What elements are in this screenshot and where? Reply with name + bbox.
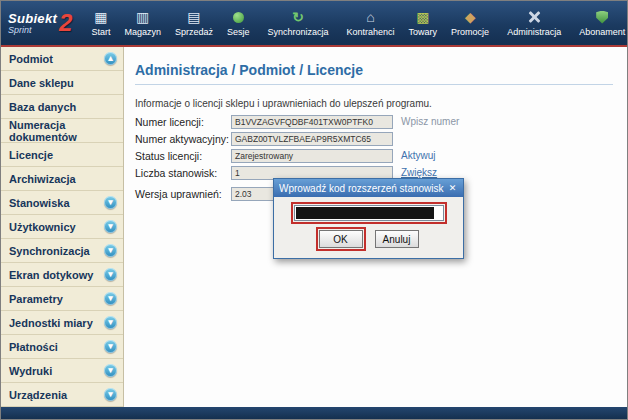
sidebar-item-label: Stanowiska <box>9 197 70 209</box>
form-row-license-status: Status licencji: Zarejestrowany Aktywuj <box>135 147 459 164</box>
extension-code-dialog: Wprowadź kod rozszerzeń stanowisk ✕ OK A… <box>273 178 464 259</box>
license-number-field[interactable]: B1VVZAGVFQDBF401TXW0PTFK0 <box>231 115 393 129</box>
sidebar-item-label: Płatności <box>9 341 58 353</box>
license-status-field[interactable]: Zarejestrowany <box>231 149 393 163</box>
sidebar-section-synchronizacja[interactable]: Synchronizacja ▾ <box>1 239 123 263</box>
toolbar-label: Sprzedaż <box>175 27 213 37</box>
form-row-license-number: Numer licencji: B1VVZAGVFQDBF401TXW0PTFK… <box>135 113 459 130</box>
activation-number-field[interactable]: GABZ00TVLZFBAEAP9R5XMTC65 <box>231 132 393 146</box>
field-label: Numer aktywacyjny: <box>135 133 231 145</box>
top-toolbar: Subiekt Sprint 2 ▦ Start ▥ Magazyn ▤ Spr… <box>1 1 627 45</box>
sidebar-item-archiwizacja[interactable]: Archiwizacja <box>1 167 123 191</box>
toolbar-button-magazyn[interactable]: ▥ Magazyn <box>117 1 168 45</box>
sidebar-section-urzadzenia[interactable]: Urządzenia ▾ <box>1 383 123 407</box>
chevron-up-icon[interactable]: ▴ <box>104 52 117 65</box>
sidebar-section-parametry[interactable]: Parametry ▾ <box>1 287 123 311</box>
sales-icon: ▤ <box>187 9 200 26</box>
dialog-buttons: OK Anuluj <box>284 230 453 250</box>
sidebar-item-label: Numeracja dokumentów <box>9 119 117 143</box>
chevron-down-icon[interactable]: ▾ <box>104 220 117 233</box>
sidebar-item-baza-danych[interactable]: Baza danych <box>1 95 123 119</box>
field-label: Wersja uprawnień: <box>135 188 231 200</box>
toolbar-button-synchronizacja[interactable]: ↻ Synchronizacja <box>261 1 336 45</box>
chevron-down-icon[interactable]: ▾ <box>104 268 117 281</box>
sidebar-item-label: Licencje <box>9 149 53 161</box>
sidebar-item-label: Baza danych <box>9 101 76 113</box>
toolbar-button-promocje[interactable]: ◆ Promocje <box>444 1 496 45</box>
page-description: Informacje o licencji sklepu i uprawnien… <box>135 98 432 109</box>
toolbar-button-administracja[interactable]: Administracja <box>500 1 568 45</box>
chevron-down-icon[interactable]: ▾ <box>104 388 117 401</box>
sidebar-item-numeracja-dokumentow[interactable]: Numeracja dokumentów <box>1 119 123 143</box>
chevron-down-icon[interactable]: ▾ <box>104 244 117 257</box>
toolbar-button-sprzedaz[interactable]: ▤ Sprzedaż <box>168 1 220 45</box>
field-label: Liczba stanowisk: <box>135 167 231 179</box>
chevron-down-icon[interactable]: ▾ <box>104 340 117 353</box>
chevron-down-icon[interactable]: ▾ <box>104 364 117 377</box>
toolbar-label: Promocje <box>451 27 489 37</box>
sidebar: Podmiot ▴ Dane sklepu Baza danych Numera… <box>1 47 124 407</box>
sidebar-item-label: Dane sklepu <box>9 77 74 89</box>
sidebar-section-wydruki[interactable]: Wydruki ▾ <box>1 359 123 383</box>
cancel-button[interactable]: Anuluj <box>375 230 419 248</box>
sync-icon: ↻ <box>292 9 304 26</box>
ok-button[interactable]: OK <box>319 230 363 248</box>
redacted-value <box>296 207 434 219</box>
toolbar-label: Towary <box>409 27 438 37</box>
logo-number: 2 <box>59 9 72 37</box>
toolbar-button-sesje[interactable]: Sesje <box>220 1 257 45</box>
warehouse-icon: ▥ <box>136 9 149 26</box>
dialog-titlebar[interactable]: Wprowadź kod rozszerzeń stanowisk ✕ <box>274 179 463 197</box>
dialog-title: Wprowadź kod rozszerzeń stanowisk <box>279 183 445 194</box>
toolbar-button-towary[interactable]: ▩ Towary <box>402 1 445 45</box>
sidebar-item-label: Urządzenia <box>9 389 67 401</box>
promotions-icon: ◆ <box>465 9 476 26</box>
dialog-body: OK Anuluj <box>274 197 463 258</box>
app-window: Subiekt Sprint 2 ▦ Start ▥ Magazyn ▤ Spr… <box>0 0 628 420</box>
logo-line1: Subiekt <box>8 12 57 25</box>
sidebar-item-dane-sklepu[interactable]: Dane sklepu <box>1 71 123 95</box>
toolbar-button-kontrahenci[interactable]: ⌂ Kontrahenci <box>340 1 402 45</box>
sidebar-section-jednostki-miary[interactable]: Jednostki miary ▾ <box>1 311 123 335</box>
contractors-icon: ⌂ <box>366 9 374 26</box>
activate-link[interactable]: Aktywuj <box>401 150 435 161</box>
sidebar-item-label: Jednostki miary <box>9 317 93 329</box>
enter-number-link[interactable]: Wpisz numer <box>401 116 459 127</box>
subscription-shield-icon <box>596 9 608 26</box>
sidebar-item-licencje[interactable]: Licencje <box>1 143 123 167</box>
sidebar-section-podmiot[interactable]: Podmiot ▴ <box>1 47 123 71</box>
sidebar-section-uzytkownicy[interactable]: Użytkownicy ▾ <box>1 215 123 239</box>
toolbar-label: Kontrahenci <box>347 27 395 37</box>
sidebar-item-label: Podmiot <box>9 53 53 65</box>
field-label: Numer licencji: <box>135 116 231 128</box>
logo-line2: Sprint <box>8 26 57 35</box>
toolbar-button-abonament[interactable]: Abonament <box>572 1 628 45</box>
chevron-down-icon[interactable]: ▾ <box>104 316 117 329</box>
status-bar <box>1 407 627 419</box>
field-label: Status licencji: <box>135 150 231 162</box>
extension-code-input[interactable] <box>294 205 444 221</box>
close-icon[interactable]: ✕ <box>445 182 460 195</box>
sidebar-item-label: Parametry <box>9 293 63 305</box>
sessions-icon <box>233 9 244 26</box>
toolbar-label: Magazyn <box>124 27 161 37</box>
chevron-down-icon[interactable]: ▾ <box>104 292 117 305</box>
goods-icon: ▩ <box>416 9 429 26</box>
toolbar-button-start[interactable]: ▦ Start <box>84 1 117 45</box>
administration-icon <box>527 9 541 26</box>
app-logo: Subiekt Sprint 2 <box>1 1 80 45</box>
title-divider <box>135 84 613 85</box>
toolbar-label: Sesje <box>227 27 250 37</box>
page-title: Administracja / Podmiot / Licencje <box>135 62 363 78</box>
increase-link[interactable]: Zwiększ <box>401 167 437 178</box>
toolbar-label: Abonament <box>579 27 625 37</box>
sidebar-section-ekran-dotykowy[interactable]: Ekran dotykowy ▾ <box>1 263 123 287</box>
sidebar-item-label: Wydruki <box>9 365 52 377</box>
start-icon: ▦ <box>94 9 107 26</box>
sidebar-item-label: Synchronizacja <box>9 245 90 257</box>
toolbar-label: Administracja <box>507 27 561 37</box>
sidebar-item-label: Ekran dotykowy <box>9 269 93 281</box>
chevron-down-icon[interactable]: ▾ <box>104 196 117 209</box>
sidebar-section-stanowiska[interactable]: Stanowiska ▾ <box>1 191 123 215</box>
sidebar-section-platnosci[interactable]: Płatności ▾ <box>1 335 123 359</box>
